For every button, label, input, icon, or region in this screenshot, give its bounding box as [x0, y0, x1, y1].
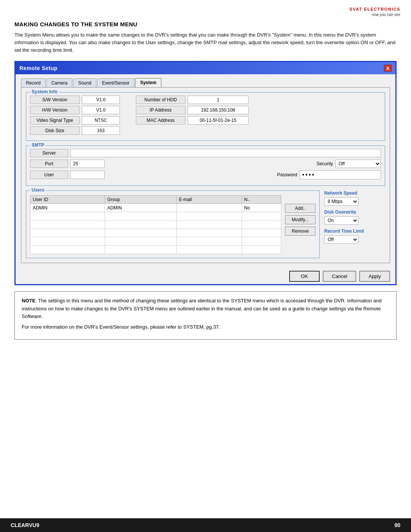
ip-address-value: 192.168.150.108	[188, 106, 249, 114]
info-row-signal: Video Signal Type NTSC MAC Address 00-11…	[30, 116, 381, 125]
note-box: NOTE: The settings in this menu and the …	[14, 291, 397, 340]
tab-content-system: System Info S/W Version V1.0 Number of H…	[21, 87, 390, 263]
sw-version-value: V1.0	[82, 96, 120, 104]
remove-user-button[interactable]: Remove	[285, 227, 315, 236]
note-line-2: For more information on the DVR's Event/…	[22, 323, 389, 331]
hdd-count-label: Number of HDD	[136, 96, 185, 104]
record-time-limit-select-row: Off 1 Hr 2 Hr 3 Hr	[324, 235, 385, 244]
add-user-button[interactable]: Add..	[285, 204, 315, 213]
smtp-user-row: User Password	[30, 170, 381, 179]
ip-address-label: IP Address	[136, 106, 185, 114]
intro-text: The System Menu allows you to make the s…	[14, 31, 397, 54]
group-cell: ADMIN	[105, 204, 176, 212]
record-time-limit-select[interactable]: Off 1 Hr 2 Hr 3 Hr	[324, 235, 358, 244]
smtp-password-label: Password	[277, 172, 297, 177]
table-row: ADMIN ADMIN No	[30, 204, 281, 212]
page-heading: Making Changes to the System Menu	[14, 21, 397, 27]
info-row-disk: Disk Size 163	[30, 126, 381, 135]
table-row	[30, 220, 281, 229]
users-section-label: Users	[30, 187, 46, 193]
smtp-user-input[interactable]	[70, 171, 105, 179]
modify-user-button[interactable]: Modify...	[285, 215, 315, 224]
dialog-title: Remote Setup	[19, 65, 57, 71]
record-time-limit-section: Record Time Limit Off 1 Hr 2 Hr 3 Hr	[324, 228, 385, 244]
brand-header: SVAT ELECTRONICS now you can see	[0, 0, 411, 19]
mac-address-value: 00-11-5f-01-2e-15	[188, 116, 249, 125]
section-users: Users User ID Group E-mail	[26, 190, 320, 258]
hw-version-value: V1.0	[82, 106, 120, 114]
video-signal-label: Video Signal Type	[30, 116, 80, 125]
note-prefix: NOTE	[22, 298, 35, 304]
email-cell	[177, 204, 242, 212]
users-table: User ID Group E-mail N..	[30, 195, 281, 254]
disk-overwrite-select[interactable]: On Off	[324, 216, 358, 225]
tab-record[interactable]: Record	[21, 78, 46, 87]
note-line-1: NOTE: The settings in this menu and the …	[22, 297, 389, 320]
network-speed-select-row: 8 Mbps 4 Mbps 2 Mbps 1 Mbps	[324, 197, 385, 206]
col-email: E-mail	[177, 196, 242, 204]
brand-name: SVAT ELECTRONICS	[349, 7, 400, 11]
note-text-1: : The settings in this menu and the meth…	[22, 298, 382, 319]
users-and-controls: Users User ID Group E-mail	[26, 190, 385, 258]
users-buttons: Add.. Modify... Remove	[285, 195, 315, 254]
dialog-footer: OK Cancel Apply	[16, 268, 395, 284]
smtp-label: SMTP	[30, 142, 46, 148]
tab-sound[interactable]: Sound	[73, 78, 96, 87]
smtp-port-label: Port	[30, 160, 68, 168]
table-row	[30, 229, 281, 237]
disk-overwrite-select-row: On Off	[324, 216, 385, 225]
page-wrapper: SVAT ELECTRONICS now you can see Making …	[0, 0, 411, 532]
note-text-2: For more information on the DVR's Event/…	[22, 324, 220, 330]
tabs-row: Record Camera Sound Event/Sensor System	[21, 78, 390, 87]
sw-version-label: S/W Version	[30, 96, 80, 104]
table-row	[30, 237, 281, 246]
main-content: Making Changes to the System Menu The Sy…	[0, 19, 411, 518]
hdd-count-value: 1	[188, 96, 249, 104]
users-table-wrap: User ID Group E-mail N..	[30, 195, 281, 254]
smtp-password-input[interactable]	[299, 170, 381, 179]
smtp-port-row: Port Security Off SSL TLS	[30, 160, 381, 168]
col-group: Group	[105, 196, 176, 204]
col-user-id: User ID	[30, 196, 105, 204]
smtp-server-row: Server	[30, 149, 381, 157]
section-system-info: System Info S/W Version V1.0 Number of H…	[26, 92, 385, 141]
dialog-box: Remote Setup X Record Camera Sound Event…	[14, 61, 397, 285]
info-row-hw: H/W Version V1.0 IP Address 192.168.150.…	[30, 106, 381, 114]
table-row	[30, 246, 281, 254]
section-smtp: SMTP Server Port Security Off	[26, 145, 385, 186]
info-row-sw: S/W Version V1.0 Number of HDD 1	[30, 96, 381, 104]
dialog-titlebar: Remote Setup X	[16, 62, 395, 74]
disk-overwrite-section: Disk Overwrite On Off	[324, 209, 385, 225]
n-cell: No	[242, 204, 281, 212]
ok-button[interactable]: OK	[289, 271, 320, 282]
smtp-server-label: Server	[30, 149, 68, 157]
tab-system[interactable]: System	[135, 78, 161, 87]
smtp-port-input[interactable]	[70, 160, 105, 168]
network-speed-select[interactable]: 8 Mbps 4 Mbps 2 Mbps 1 Mbps	[324, 197, 358, 206]
smtp-security-label: Security	[317, 161, 333, 166]
user-id-cell: ADMIN	[30, 204, 105, 212]
smtp-user-label: User	[30, 171, 68, 179]
tab-event-sensor[interactable]: Event/Sensor	[97, 78, 134, 87]
smtp-security-select[interactable]: Off SSL TLS	[335, 160, 381, 168]
mac-address-label: MAC Address	[136, 116, 185, 125]
network-speed-label: Network Speed	[324, 190, 385, 196]
page-footer: CLEARVU9 90	[0, 518, 411, 532]
users-area: User ID Group E-mail N..	[30, 195, 315, 254]
network-speed-section: Network Speed 8 Mbps 4 Mbps 2 Mbps 1 Mbp…	[324, 190, 385, 206]
dialog-close-button[interactable]: X	[384, 65, 392, 72]
video-signal-value: NTSC	[82, 116, 120, 125]
system-info-label: System Info	[30, 89, 59, 94]
dialog-body: Record Camera Sound Event/Sensor System …	[16, 74, 395, 268]
hw-version-label: H/W Version	[30, 106, 80, 114]
disk-size-value: 163	[82, 126, 120, 135]
record-time-limit-label: Record Time Limit	[324, 228, 385, 234]
footer-product: CLEARVU9	[11, 522, 39, 528]
cancel-button[interactable]: Cancel	[323, 271, 356, 282]
tab-camera[interactable]: Camera	[46, 78, 73, 87]
disk-size-label: Disk Size	[30, 126, 80, 135]
apply-button[interactable]: Apply	[359, 271, 390, 282]
smtp-server-input[interactable]	[70, 149, 381, 157]
col-n: N..	[242, 196, 281, 204]
footer-page-number: 90	[394, 522, 400, 528]
